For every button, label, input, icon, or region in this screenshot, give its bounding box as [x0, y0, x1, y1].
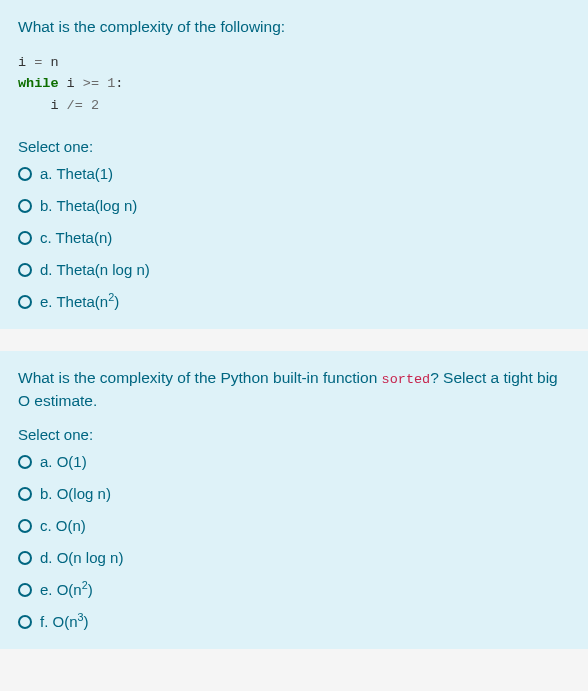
option-letter: a.	[40, 165, 53, 182]
option-letter: b.	[40, 197, 53, 214]
option-c[interactable]: c. O(n)	[18, 517, 570, 535]
option-text: O(n log n)	[57, 549, 124, 566]
radio-button[interactable]	[18, 583, 32, 597]
question-2-options: a. O(1) b. O(log n) c. O(n) d. O(n log n…	[18, 453, 570, 631]
option-text: O(1)	[57, 453, 87, 470]
radio-button[interactable]	[18, 455, 32, 469]
code-operator: /=	[67, 98, 83, 113]
code-operator: >=	[83, 76, 99, 91]
option-text-pre: Theta(n	[56, 293, 108, 310]
option-letter: c.	[40, 229, 52, 246]
option-d[interactable]: d. O(n log n)	[18, 549, 570, 567]
code-text: n	[42, 55, 58, 70]
option-c[interactable]: c. Theta(n)	[18, 229, 570, 247]
radio-button[interactable]	[18, 519, 32, 533]
code-text	[83, 98, 91, 113]
radio-button[interactable]	[18, 615, 32, 629]
option-label: e. Theta(n2)	[40, 293, 119, 311]
option-text: Theta(log n)	[56, 197, 137, 214]
option-label: b. O(log n)	[40, 485, 111, 503]
question-2-prompt: What is the complexity of the Python bui…	[18, 367, 570, 412]
radio-button[interactable]	[18, 295, 32, 309]
option-text: O(n3)	[53, 613, 89, 630]
select-one-label: Select one:	[18, 426, 570, 443]
option-label: d. Theta(n log n)	[40, 261, 150, 279]
option-letter: d.	[40, 549, 53, 566]
option-d[interactable]: d. Theta(n log n)	[18, 261, 570, 279]
option-text: Theta(n log n)	[56, 261, 149, 278]
option-letter: b.	[40, 485, 53, 502]
code-text: i	[18, 55, 34, 70]
option-e[interactable]: e. O(n2)	[18, 581, 570, 599]
prompt-pre: What is the complexity of the Python bui…	[18, 369, 382, 386]
code-text: :	[115, 76, 123, 91]
radio-button[interactable]	[18, 487, 32, 501]
select-one-label: Select one:	[18, 138, 570, 155]
option-label: d. O(n log n)	[40, 549, 123, 567]
option-text-pre: O(n	[53, 613, 78, 630]
option-letter: c.	[40, 517, 52, 534]
option-text: Theta(1)	[56, 165, 113, 182]
option-label: f. O(n3)	[40, 613, 89, 631]
radio-button[interactable]	[18, 263, 32, 277]
option-label: c. Theta(n)	[40, 229, 112, 247]
option-letter: f.	[40, 613, 48, 630]
option-letter: a.	[40, 453, 53, 470]
option-text: Theta(n2)	[56, 293, 119, 310]
code-keyword: while	[18, 76, 59, 91]
radio-button[interactable]	[18, 167, 32, 181]
option-b[interactable]: b. Theta(log n)	[18, 197, 570, 215]
code-text: i	[18, 98, 67, 113]
option-label: a. O(1)	[40, 453, 87, 471]
code-number: 2	[91, 98, 99, 113]
inline-code: sorted	[382, 372, 431, 387]
option-letter: d.	[40, 261, 53, 278]
option-text: O(n)	[56, 517, 86, 534]
option-b[interactable]: b. O(log n)	[18, 485, 570, 503]
code-text	[99, 76, 107, 91]
option-text-post: )	[114, 293, 119, 310]
option-e[interactable]: e. Theta(n2)	[18, 293, 570, 311]
question-1: What is the complexity of the following:…	[0, 0, 588, 329]
option-label: c. O(n)	[40, 517, 86, 535]
option-text: Theta(n)	[56, 229, 113, 246]
option-text-pre: O(n	[57, 581, 82, 598]
radio-button[interactable]	[18, 551, 32, 565]
option-label: b. Theta(log n)	[40, 197, 137, 215]
option-f[interactable]: f. O(n3)	[18, 613, 570, 631]
question-1-prompt: What is the complexity of the following:	[18, 16, 570, 38]
option-label: a. Theta(1)	[40, 165, 113, 183]
code-block: i = n while i >= 1: i /= 2	[18, 52, 570, 117]
code-text: i	[59, 76, 83, 91]
option-label: e. O(n2)	[40, 581, 93, 599]
radio-button[interactable]	[18, 231, 32, 245]
radio-button[interactable]	[18, 199, 32, 213]
option-a[interactable]: a. Theta(1)	[18, 165, 570, 183]
option-text: O(n2)	[57, 581, 93, 598]
question-1-options: a. Theta(1) b. Theta(log n) c. Theta(n) …	[18, 165, 570, 311]
question-2: What is the complexity of the Python bui…	[0, 351, 588, 649]
option-letter: e.	[40, 581, 53, 598]
option-text-post: )	[84, 613, 89, 630]
option-text: O(log n)	[57, 485, 111, 502]
option-text-post: )	[88, 581, 93, 598]
option-letter: e.	[40, 293, 53, 310]
option-a[interactable]: a. O(1)	[18, 453, 570, 471]
